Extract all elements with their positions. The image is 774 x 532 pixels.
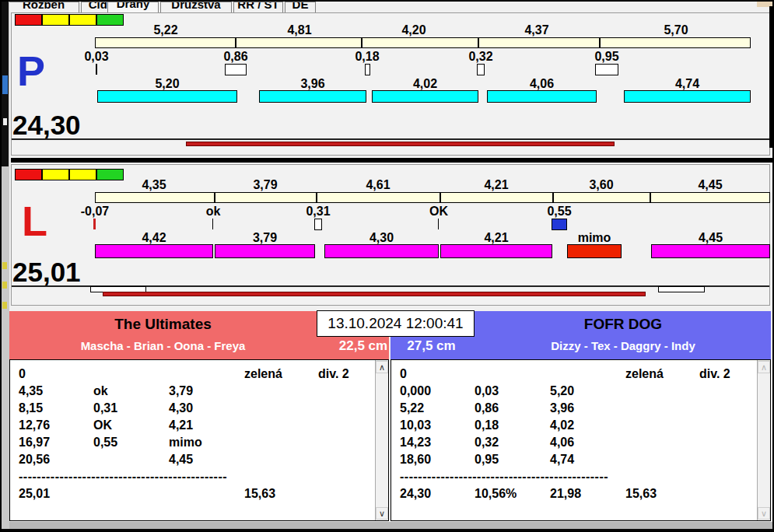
start-light-2: [42, 169, 69, 180]
datetime-display: 13.10.2024 12:00:41: [317, 310, 475, 337]
changeover-box: [225, 64, 247, 75]
start-light-1: [15, 14, 42, 26]
right-team-members: Dizzy - Tex - Daggry - Indy: [475, 339, 772, 352]
score-cell: 4,30: [169, 401, 193, 415]
dog-time-bar: [624, 90, 751, 103]
score-cell: 0,95: [475, 453, 499, 467]
left-edge-white-speck: [3, 118, 7, 125]
lane-separator: [11, 158, 774, 163]
score-cell: 4,21: [169, 418, 193, 432]
score-cell: 25,01: [19, 487, 50, 501]
dog-time-bar: [567, 244, 622, 258]
lane-letter: P: [17, 50, 45, 92]
changeover-label: 0,95: [560, 50, 653, 64]
score-cell: 15,63: [244, 487, 275, 501]
window-bottom-edge: [2, 521, 774, 529]
score-cell: 18,60: [400, 453, 431, 467]
dog-time-label: mimo: [548, 231, 641, 245]
start-light-1: [15, 169, 42, 180]
score-cell: 0: [19, 367, 26, 381]
score-cell: 4,06: [550, 436, 574, 450]
dog-time-label: 4,74: [641, 77, 734, 91]
start-light-3: [69, 14, 96, 26]
left-edge-yellow-speck: [2, 282, 7, 289]
score-cell: 0,86: [475, 401, 499, 415]
dog-time-label: 4,30: [335, 231, 429, 245]
changeover-label: 0,32: [434, 50, 527, 64]
scroll-down-arrow[interactable]: ∨: [758, 507, 770, 520]
tab-druzstva[interactable]: Družstva: [160, 2, 232, 12]
score-cell: 3,79: [169, 384, 193, 398]
changeover-box: [552, 219, 567, 230]
score-cell: 10,56%: [475, 487, 517, 501]
score-cell: 14,23: [400, 436, 431, 450]
left-edge-blue-speck: [2, 75, 8, 94]
split-time-label: 4,37: [490, 23, 583, 37]
score-cell: div. 2: [318, 367, 349, 381]
table-separator-dashes: ----------------------------------------…: [19, 470, 227, 484]
tab-rr-st[interactable]: RR / ST: [233, 2, 283, 12]
changeover-label: ok: [166, 205, 260, 219]
split-time-label: 4,21: [450, 178, 543, 192]
changeover-tick: [438, 219, 439, 229]
dog-time-bar: [259, 90, 366, 103]
tab-label: RR / ST: [234, 2, 282, 11]
score-cell: 3,96: [550, 401, 574, 415]
scale-divider: [316, 192, 317, 203]
changeover-label: 0,03: [50, 50, 143, 64]
scroll-down-arrow[interactable]: ∨: [376, 507, 388, 520]
score-cell: 16,97: [19, 436, 50, 450]
changeover-tick: [212, 219, 213, 229]
score-cell: 0,31: [93, 401, 117, 415]
score-cell: 4,35: [19, 384, 43, 398]
dog-time-bar: [215, 244, 315, 258]
dog-time-label: 3,79: [219, 231, 312, 245]
score-cell: 0,55: [93, 436, 117, 450]
score-cell: 0,000: [400, 384, 431, 398]
score-cell: 4,02: [550, 418, 574, 432]
start-light-2: [42, 14, 69, 26]
tab-label: DE: [285, 2, 315, 11]
scale-divider: [552, 192, 554, 203]
left-team-name: The Ultimates: [9, 316, 317, 333]
left-team-members: Mascha - Brian - Oona - Freya: [9, 339, 317, 352]
scrollbar-track[interactable]: [375, 360, 388, 520]
split-time-label: 4,81: [253, 23, 346, 37]
table-separator-dashes: ----------------------------------------…: [400, 470, 608, 484]
tab-rozbeh[interactable]: Rozběh: [8, 2, 79, 12]
score-cell: 20,56: [19, 453, 50, 467]
changeover-label: 0,55: [513, 205, 606, 219]
right-edge-dark-strip: [769, 6, 774, 148]
score-cell: 0,03: [475, 384, 499, 398]
score-cell: 12,76: [19, 418, 50, 432]
score-cell: 0: [400, 367, 407, 381]
score-cell: OK: [93, 418, 112, 432]
dog-time-label: 4,42: [107, 231, 201, 245]
lane-total-time: 24,30: [12, 111, 81, 139]
scrollbar-track[interactable]: [757, 360, 770, 520]
left-edge-background-window: [2, 2, 9, 529]
scale-divider: [599, 37, 601, 48]
changeover-box: [314, 219, 322, 230]
lane-underline: [12, 138, 769, 140]
dog-time-label: 4,45: [664, 231, 758, 245]
changeover-tick: [96, 64, 97, 75]
scale-divider: [214, 192, 215, 203]
changeover-label: 0,18: [320, 50, 414, 64]
tab-drahy[interactable]: Dráhy: [107, 2, 159, 12]
changeover-box: [477, 64, 485, 75]
changeover-box: [595, 64, 618, 75]
changeover-label: -0,07: [48, 205, 142, 219]
score-cell: 5,22: [400, 401, 424, 415]
score-cell: mimo: [169, 436, 202, 450]
score-cell: 4,74: [550, 453, 574, 467]
tab-de[interactable]: DE: [285, 2, 316, 12]
dog-time-label: 4,02: [379, 77, 472, 91]
dog-time-bar: [651, 244, 770, 258]
dog-time-bar: [487, 90, 597, 103]
flyball-timing-app-window: Rozběh Čidla Dráhy Družstva RR / ST DE T…: [0, 0, 774, 532]
scroll-up-arrow[interactable]: ∧: [758, 361, 770, 373]
scroll-up-arrow[interactable]: ∧: [376, 361, 388, 373]
changeover-tick: [93, 219, 96, 229]
right-team-jump-height: 27,5 cm: [394, 338, 468, 354]
